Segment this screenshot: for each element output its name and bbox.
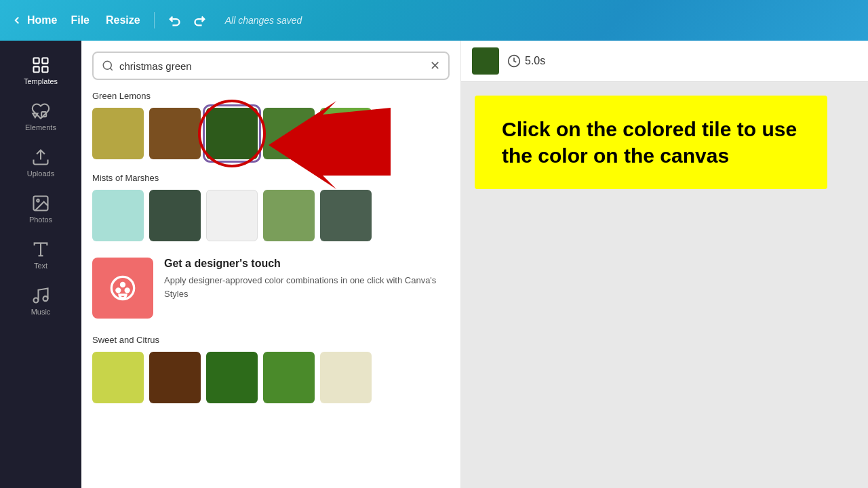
color-swatch[interactable] [92, 108, 144, 159]
search-bar: ✕ [92, 52, 450, 80]
palette-colors-mists [92, 190, 450, 241]
sidebar-item-elements[interactable]: Elements [0, 95, 81, 138]
save-status: All changes saved [225, 15, 302, 26]
sidebar-item-music[interactable]: Music [0, 279, 81, 323]
svg-point-12 [43, 296, 48, 301]
green-lemons-palette: Green Lemons [92, 91, 450, 159]
topbar-divider [154, 12, 155, 28]
instruction-text: Click on the colored tile to use the col… [502, 116, 800, 169]
sidebar-item-text[interactable]: Text [0, 233, 81, 277]
color-swatch[interactable] [206, 352, 258, 403]
palette-icon [109, 274, 136, 302]
color-swatch[interactable] [92, 190, 144, 241]
color-swatch[interactable] [263, 108, 315, 159]
search-input[interactable] [119, 60, 425, 72]
duration-badge: 5.0s [507, 54, 545, 68]
canvas-content: Click on the colored tile to use the col… [461, 82, 868, 488]
color-swatch[interactable] [263, 190, 315, 241]
color-swatch[interactable] [149, 352, 201, 403]
text-icon [31, 240, 50, 259]
palette-colors-green-lemons [92, 108, 450, 159]
svg-point-8 [37, 199, 39, 202]
color-swatch[interactable] [263, 352, 315, 403]
designer-description: Apply designer-approved color combinatio… [164, 274, 450, 300]
palette-title-citrus: Sweet and Citrus [92, 335, 450, 345]
duration-value: 5.0s [525, 55, 545, 67]
svg-point-11 [34, 298, 39, 303]
svg-line-14 [110, 68, 112, 70]
image-icon [31, 194, 50, 213]
color-panel: ✕ Green Lemons [81, 41, 461, 488]
svg-rect-0 [34, 58, 39, 64]
redo-button[interactable] [191, 13, 206, 28]
color-swatch-selected[interactable] [206, 108, 258, 159]
svg-point-17 [117, 289, 120, 292]
color-swatch[interactable] [92, 352, 144, 403]
color-swatch[interactable] [320, 352, 372, 403]
sidebar: Templates Elements Uploads [0, 41, 81, 488]
palette-title-green-lemons: Green Lemons [92, 91, 450, 101]
sweet-and-citrus-palette: Sweet and Citrus [92, 335, 450, 403]
sidebar-item-templates[interactable]: Templates [0, 49, 81, 92]
search-icon [102, 60, 114, 72]
svg-rect-3 [42, 66, 47, 72]
grid-icon [31, 56, 50, 75]
topbar: Home File Resize All changes saved [0, 0, 868, 41]
color-swatch[interactable] [320, 190, 372, 241]
music-icon [31, 286, 50, 305]
canvas-color-indicator[interactable] [472, 47, 499, 75]
svg-point-19 [125, 289, 129, 292]
main-layout: Templates Elements Uploads [0, 41, 868, 488]
mists-of-marshes-palette: Mists of Marshes [92, 173, 450, 241]
uploads-label: Uploads [27, 169, 54, 178]
clock-icon [507, 54, 521, 68]
svg-point-18 [121, 283, 125, 287]
svg-rect-1 [42, 58, 47, 64]
svg-rect-2 [34, 66, 39, 72]
undo-button[interactable] [168, 13, 183, 28]
photos-label: Photos [29, 216, 52, 224]
text-label: Text [34, 262, 47, 270]
designer-title: Get a designer's touch [164, 258, 450, 270]
music-label: Music [31, 308, 51, 316]
elements-label: Elements [25, 123, 56, 131]
topbar-actions [168, 13, 206, 28]
svg-point-13 [103, 61, 111, 69]
clear-search-button[interactable]: ✕ [430, 58, 440, 73]
templates-label: Templates [24, 77, 58, 85]
elements-icon [31, 102, 50, 121]
resize-menu[interactable]: Resize [106, 14, 140, 26]
designer-card: Get a designer's touch Apply designer-ap… [92, 255, 450, 321]
file-menu[interactable]: File [71, 14, 90, 26]
color-swatch[interactable] [320, 108, 372, 159]
panel-scroll: Green Lemons [81, 91, 460, 488]
topbar-nav: File Resize [71, 14, 140, 26]
home-label: Home [27, 14, 57, 26]
sidebar-item-uploads[interactable]: Uploads [0, 141, 81, 184]
canvas-area: 5.0s Click on the colored tile to use th… [461, 41, 868, 488]
palette-colors-citrus [92, 352, 450, 403]
sidebar-item-photos[interactable]: Photos [0, 187, 81, 230]
home-button[interactable]: Home [11, 14, 57, 26]
selected-swatch-wrapper [206, 108, 258, 159]
svg-marker-5 [33, 114, 37, 118]
color-swatch[interactable] [206, 190, 258, 241]
designer-text: Get a designer's touch Apply designer-ap… [164, 258, 450, 300]
instruction-box: Click on the colored tile to use the col… [475, 96, 827, 189]
designer-icon [92, 258, 153, 319]
color-swatch[interactable] [149, 108, 201, 159]
palette-title-mists: Mists of Marshes [92, 173, 450, 183]
upload-icon [31, 148, 50, 167]
color-swatch[interactable] [149, 190, 201, 241]
canvas-toolbar: 5.0s [461, 41, 868, 82]
